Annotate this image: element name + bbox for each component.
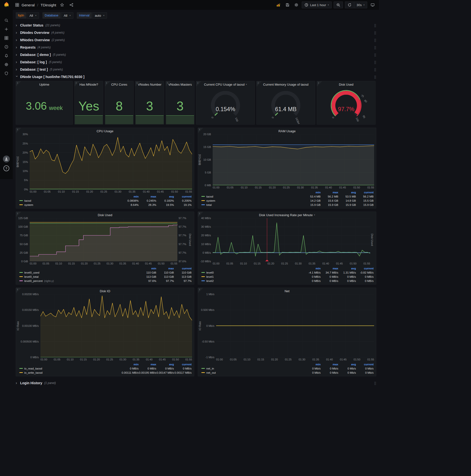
dashboards-button[interactable] xyxy=(0,34,13,42)
legend-sort-header[interactable]: max xyxy=(139,194,156,199)
variable-value-dropdown[interactable]: auto▾ xyxy=(92,12,107,19)
panel-title[interactable]: Disk Used xyxy=(98,213,112,217)
legend-series-name[interactable]: level1 xyxy=(206,275,214,278)
panel-title[interactable]: Disk IO xyxy=(100,289,110,293)
variable-value-dropdown[interactable]: All▾ xyxy=(61,12,73,19)
legend-sort-header[interactable]: current xyxy=(356,362,374,366)
series-color-swatch[interactable] xyxy=(19,200,23,201)
series-color-swatch[interactable] xyxy=(19,204,23,205)
legend-series-name[interactable]: level0_used xyxy=(24,271,39,274)
dashboard-row-cluster-status[interactable]: ›Cluster Status(21 panels)⣿ xyxy=(16,22,376,29)
user-avatar-button[interactable] xyxy=(3,155,10,162)
series-color-swatch[interactable] xyxy=(19,276,23,277)
panel-info-icon[interactable]: i xyxy=(198,212,203,217)
dashboard-row-requests[interactable]: ›Requests(4 panels)⣿ xyxy=(16,44,376,51)
save-dashboard-button[interactable] xyxy=(284,1,291,8)
row-drag-handle[interactable]: ⣿ xyxy=(374,68,376,71)
explore-button[interactable] xyxy=(0,42,13,51)
legend-sort-header[interactable]: min xyxy=(121,362,139,366)
chart-plot-ram[interactable] xyxy=(213,134,374,185)
legend-sort-header[interactable]: min xyxy=(303,266,321,270)
row-drag-handle[interactable]: ⣿ xyxy=(374,60,376,64)
legend-sort-header[interactable]: current xyxy=(174,194,192,199)
legend-sort-header[interactable]: min xyxy=(303,362,321,366)
legend-series-name[interactable]: net_in xyxy=(206,367,214,370)
legend-sort-header[interactable]: max xyxy=(139,362,156,366)
legend-series-name[interactable]: system xyxy=(206,199,215,202)
panel-title[interactable]: Current CPU Usage of taosd xyxy=(204,83,245,86)
refresh-interval-button[interactable]: 30s ▾ xyxy=(354,1,368,8)
series-color-swatch[interactable] xyxy=(19,368,23,369)
legend-series-name[interactable]: io_read_taosd xyxy=(24,367,42,370)
series-color-swatch[interactable] xyxy=(202,280,205,281)
create-button[interactable] xyxy=(0,25,13,34)
zoom-out-time-button[interactable] xyxy=(334,1,343,8)
legend-series-name[interactable]: level0_total xyxy=(24,275,38,278)
panel-title[interactable]: CPU Usage xyxy=(97,129,114,133)
dashboard-row-dnode-usage[interactable]: › DNode Usage [ huolinhe-TM1701:6030 ] ⣿ xyxy=(16,73,376,81)
chart-plot-disk[interactable] xyxy=(30,218,177,261)
panel-info-icon[interactable]: i xyxy=(198,288,203,293)
series-color-swatch[interactable] xyxy=(202,196,205,197)
panel-title[interactable]: Uptime xyxy=(39,83,49,86)
series-color-swatch[interactable] xyxy=(202,372,205,373)
legend-series-name[interactable]: taosd xyxy=(206,195,213,198)
legend-series-name[interactable]: total xyxy=(206,204,212,206)
share-dashboard-button[interactable] xyxy=(68,1,75,8)
panel-info-icon[interactable]: i xyxy=(16,81,21,87)
row-drag-handle[interactable]: ⣿ xyxy=(374,46,376,49)
dashboard-row-database-log[interactable]: ›Database: [ log ](5 panels)⣿ xyxy=(16,58,376,66)
chart-plot-io[interactable] xyxy=(40,294,192,357)
legend-series-name[interactable]: io_write_taosd xyxy=(24,371,42,374)
panel-title[interactable]: Has MNode? xyxy=(80,83,98,86)
legend-sort-header[interactable]: max xyxy=(321,362,338,366)
panel-info-icon[interactable]: i xyxy=(198,128,203,133)
legend-sort-header[interactable]: min xyxy=(121,194,139,199)
series-color-swatch[interactable] xyxy=(202,204,205,205)
row-drag-handle[interactable]: ⣿ xyxy=(374,53,376,57)
series-color-swatch[interactable] xyxy=(19,272,23,273)
legend-series-name[interactable]: level0 xyxy=(206,271,214,274)
panel-title[interactable]: VNodes Number xyxy=(138,83,161,86)
legend-sort-header[interactable]: max xyxy=(321,190,338,194)
legend-sort-header[interactable]: min xyxy=(303,190,321,194)
series-color-swatch[interactable] xyxy=(202,200,205,201)
legend-sort-header[interactable]: current xyxy=(174,362,192,366)
panel-title[interactable]: Current Memory Usage of taosd xyxy=(263,83,309,86)
panel-info-icon[interactable]: i xyxy=(16,212,21,217)
dashboard-row-database-test[interactable]: ›Database: [ test ](5 panels)⣿ xyxy=(16,66,376,73)
panel-info-icon[interactable]: i xyxy=(105,81,110,87)
legend-sort-header[interactable]: current xyxy=(356,266,374,270)
legend-sort-header[interactable]: avg xyxy=(338,266,356,270)
legend-series-name[interactable]: level2 xyxy=(206,279,214,282)
variable-value-dropdown[interactable]: All▾ xyxy=(27,12,39,19)
star-dashboard-button[interactable] xyxy=(59,1,66,8)
configuration-button[interactable] xyxy=(0,60,13,69)
dashboard-settings-button[interactable] xyxy=(293,1,300,8)
legend-sort-header[interactable]: current xyxy=(174,266,192,270)
dashboard-row-dnodes-overview[interactable]: ›DNodes Overview(4 panels)⣿ xyxy=(16,29,376,36)
panel-info-icon[interactable]: i xyxy=(135,81,141,87)
legend-series-name[interactable]: taosd xyxy=(24,199,31,202)
panel-menu-icon[interactable]: ▾ xyxy=(314,214,315,216)
row-drag-handle[interactable]: ⣿ xyxy=(374,31,376,34)
legend-series-name[interactable]: net_out xyxy=(206,371,216,374)
panel-menu-icon[interactable]: ▾ xyxy=(246,83,247,86)
series-color-swatch[interactable] xyxy=(202,368,205,369)
series-color-swatch[interactable] xyxy=(202,276,205,277)
dashboard-row-login-history[interactable]: ›Login History(1 panel)⣿ xyxy=(16,379,376,387)
row-drag-handle[interactable]: ⣿ xyxy=(374,24,376,27)
refresh-button[interactable] xyxy=(345,1,354,8)
help-button[interactable]: ? xyxy=(3,165,9,171)
row-drag-handle[interactable]: ⣿ xyxy=(374,38,376,42)
panel-title[interactable]: RAM Usage xyxy=(278,129,296,133)
panel-info-icon[interactable]: i xyxy=(16,128,21,133)
legend-sort-header[interactable]: avg xyxy=(156,194,174,199)
chart-plot-cpu[interactable] xyxy=(30,134,192,189)
legend-series-name[interactable]: level0_percent xyxy=(24,279,43,282)
panel-info-icon[interactable]: i xyxy=(196,81,202,87)
add-panel-button[interactable] xyxy=(275,1,282,8)
breadcrumb-folder[interactable]: General xyxy=(22,3,34,7)
server-admin-button[interactable] xyxy=(0,69,13,78)
legend-sort-header[interactable]: min xyxy=(139,266,156,270)
